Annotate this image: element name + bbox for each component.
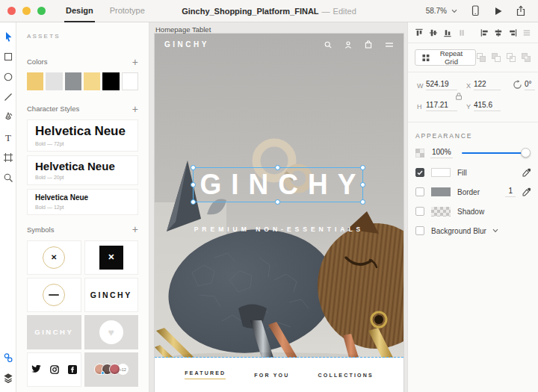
chevron-down-icon[interactable]: [492, 228, 498, 233]
lock-ratio-icon[interactable]: [454, 92, 463, 101]
color-swatch[interactable]: [65, 72, 81, 90]
add-symbol-button[interactable]: +: [132, 225, 138, 233]
selection-handle[interactable]: [191, 165, 196, 170]
color-swatch[interactable]: [46, 72, 62, 90]
eyedropper-icon[interactable]: [522, 187, 531, 196]
play-preview-icon[interactable]: [493, 6, 503, 16]
hero-title-text[interactable]: GINCHY: [194, 166, 362, 203]
symbol-logo-dark[interactable]: GINCHY: [84, 278, 139, 312]
height-label: H: [417, 103, 422, 111]
search-icon[interactable]: [324, 41, 332, 49]
nav-item-collections[interactable]: COLLECTIONS: [318, 373, 374, 378]
selection-handle[interactable]: [275, 199, 280, 205]
selection-handle[interactable]: [360, 165, 365, 170]
pen-tool-icon[interactable]: [3, 112, 13, 122]
selection-handle[interactable]: [360, 199, 365, 205]
tab-prototype[interactable]: Prototype: [110, 0, 145, 22]
fill-color-swatch[interactable]: [431, 168, 451, 177]
hero-image[interactable]: GINCHY GINCHY: [155, 34, 404, 358]
x-field[interactable]: 122: [474, 80, 501, 90]
add-color-button[interactable]: +: [132, 58, 138, 66]
symbol-circle-button[interactable]: [27, 278, 81, 312]
opacity-field[interactable]: 100%: [430, 148, 453, 158]
site-header: GINCHY: [164, 40, 394, 49]
fill-checkbox[interactable]: [415, 168, 424, 177]
character-style-item[interactable]: Helvetica Neue Bold — 20pt: [27, 155, 138, 185]
slider-track: [462, 152, 529, 154]
align-right-icon[interactable]: [508, 28, 517, 38]
shadow-checkbox[interactable]: [415, 207, 424, 216]
share-icon[interactable]: [516, 5, 526, 16]
close-window-button[interactable]: [7, 7, 16, 15]
zoom-tool-icon[interactable]: [3, 172, 13, 183]
menu-icon[interactable]: [385, 42, 394, 48]
background-blur-checkbox[interactable]: [415, 226, 424, 235]
symbol-heart-button[interactable]: ♥: [84, 315, 139, 349]
boolean-intersect-icon[interactable]: [506, 52, 516, 63]
distribute-vertical-icon[interactable]: [522, 28, 531, 38]
zoom-level-dropdown[interactable]: 58.7%: [426, 7, 457, 15]
boolean-exclude-icon[interactable]: [521, 52, 531, 63]
color-swatch[interactable]: [102, 72, 119, 90]
align-middle-icon[interactable]: [429, 28, 438, 38]
selection-handle[interactable]: [191, 182, 196, 187]
tab-design[interactable]: Design: [66, 0, 93, 22]
layers-panel-icon[interactable]: [3, 373, 13, 383]
shadow-swatch[interactable]: [431, 207, 451, 217]
y-field[interactable]: 415.6: [474, 101, 501, 111]
selection-handle[interactable]: [191, 199, 196, 205]
text-tool-icon[interactable]: T: [3, 132, 13, 143]
boolean-add-icon[interactable]: [476, 52, 486, 63]
symbol-social-icons[interactable]: [27, 352, 81, 387]
slider-knob[interactable]: [521, 148, 531, 158]
align-center-icon[interactable]: [494, 28, 503, 38]
height-field[interactable]: 117.21: [426, 101, 457, 111]
zoom-window-button[interactable]: [37, 7, 46, 15]
selection-handle[interactable]: [360, 182, 365, 187]
ellipse-tool-icon[interactable]: [3, 72, 13, 82]
artboard-name[interactable]: Homepage Tablet: [155, 25, 211, 34]
symbol-logo-light[interactable]: GINCHY: [27, 315, 81, 349]
color-swatch[interactable]: [84, 72, 100, 90]
device-preview-icon[interactable]: [470, 5, 480, 16]
align-top-icon[interactable]: [415, 28, 424, 38]
distribute-horizontal-icon[interactable]: [457, 28, 466, 38]
hero-subtitle-text[interactable]: PREMIUM NON-ESSENTIALS: [155, 225, 404, 233]
symbol-avatars[interactable]: +12: [84, 352, 139, 387]
artboard-tool-icon[interactable]: [3, 152, 13, 163]
nav-item-featured[interactable]: FEATURED: [185, 370, 226, 379]
color-swatch[interactable]: [27, 72, 43, 90]
zoom-level-value: 58.7%: [426, 7, 447, 15]
cart-bag-icon[interactable]: [365, 40, 372, 49]
opacity-slider[interactable]: [462, 148, 529, 158]
border-checkbox[interactable]: [415, 187, 424, 196]
width-field[interactable]: 524.19: [426, 80, 457, 90]
character-style-item[interactable]: Helvetica Neue Bold — 12pt: [27, 189, 138, 215]
repeat-grid-button[interactable]: Repeat Grid: [415, 49, 476, 66]
assets-panel-icon[interactable]: [3, 352, 13, 363]
select-tool-icon[interactable]: [3, 31, 13, 42]
nav-item-for-you[interactable]: FOR YOU: [254, 373, 289, 378]
color-swatch[interactable]: [122, 72, 138, 90]
minimize-window-button[interactable]: [22, 7, 31, 15]
align-bottom-icon[interactable]: [443, 28, 452, 38]
align-left-icon[interactable]: [480, 28, 489, 38]
selection-handle[interactable]: [275, 165, 280, 170]
symbol-close-dark[interactable]: ✕: [84, 240, 139, 275]
site-logo[interactable]: GINCHY: [164, 40, 209, 49]
border-width-field[interactable]: 1: [505, 187, 516, 197]
rectangle-tool-icon[interactable]: [3, 52, 13, 62]
add-character-style-button[interactable]: +: [132, 105, 138, 113]
character-style-item[interactable]: Helvetica Neue Bold — 72pt: [27, 119, 138, 152]
account-icon[interactable]: [344, 41, 352, 49]
symbol-close-circle[interactable]: ✕: [27, 240, 81, 275]
boolean-subtract-icon[interactable]: [491, 52, 501, 63]
selected-text-object[interactable]: GINCHY: [193, 167, 363, 202]
border-color-swatch[interactable]: [431, 187, 451, 196]
canvas[interactable]: Homepage Tablet: [149, 22, 407, 392]
active-nav-underline: [185, 379, 226, 379]
artboard-homepage-tablet[interactable]: GINCHY GINCHY: [155, 34, 404, 392]
eyedropper-icon[interactable]: [522, 168, 531, 177]
rotation-field[interactable]: 0°: [525, 80, 535, 90]
line-tool-icon[interactable]: [3, 92, 13, 102]
